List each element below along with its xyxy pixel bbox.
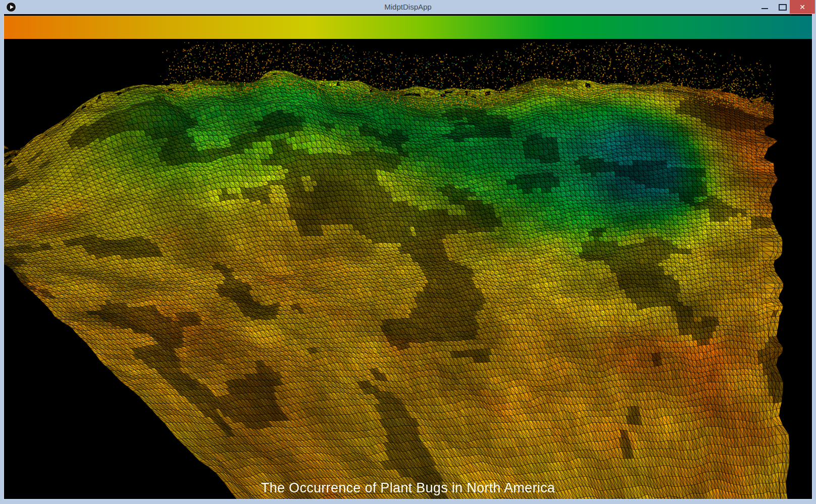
year-colormap-legend bbox=[4, 16, 812, 39]
titlebar[interactable]: MidptDispApp ✕ bbox=[0, 0, 816, 14]
minimize-button[interactable] bbox=[757, 0, 773, 14]
minimize-icon bbox=[761, 8, 768, 9]
close-button[interactable]: ✕ bbox=[790, 0, 815, 14]
viewport: 1800 Year collected 2010 The Occurrence … bbox=[4, 14, 812, 499]
app-window: { "window": { "title": "MidptDispApp", "… bbox=[0, 0, 816, 504]
maximize-button[interactable] bbox=[775, 0, 790, 14]
maximize-icon bbox=[779, 4, 787, 11]
window-title: MidptDispApp bbox=[0, 0, 816, 14]
terrain-mesh-canvas[interactable] bbox=[4, 39, 812, 499]
plot-caption: The Occurrence of Plant Bugs in North Am… bbox=[4, 480, 812, 496]
